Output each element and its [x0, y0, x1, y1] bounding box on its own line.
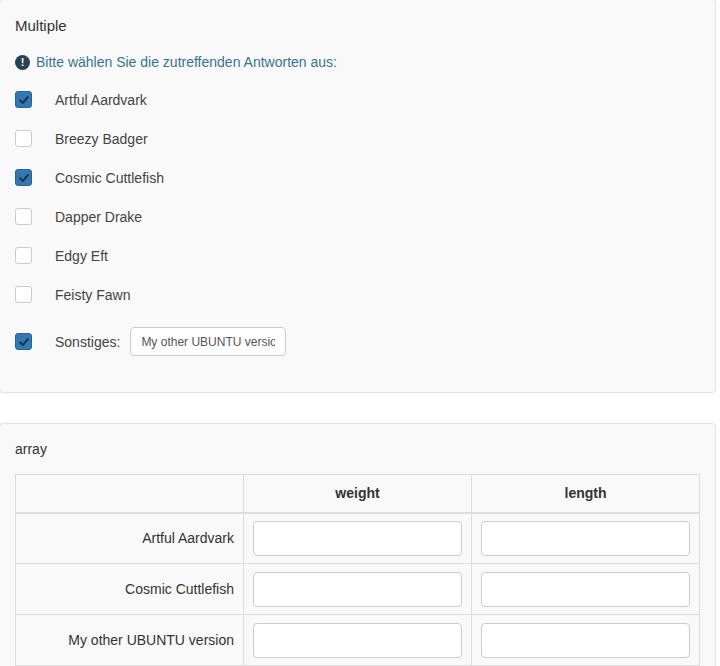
- checkbox-option-list: Artful Aardvark Breezy Badger Cosmic Cut…: [15, 91, 700, 356]
- option-row-edgy-eft[interactable]: Edgy Eft: [15, 247, 700, 264]
- checkbox[interactable]: [15, 247, 32, 264]
- checkbox-label: Feisty Fawn: [55, 287, 130, 303]
- checkbox-label: Sonstiges:: [55, 334, 120, 350]
- option-row-other[interactable]: Sonstiges:: [15, 327, 700, 356]
- check-icon: [18, 336, 30, 348]
- table-header-empty: [16, 475, 244, 513]
- question-panel-multiple: Multiple ! Bitte wählen Sie die zutreffe…: [0, 0, 716, 393]
- question-help: ! Bitte wählen Sie die zutreffenden Antw…: [15, 54, 700, 70]
- table-header-weight: weight: [244, 475, 472, 513]
- option-row-feisty-fawn[interactable]: Feisty Fawn: [15, 286, 700, 303]
- array-input-weight[interactable]: [253, 521, 462, 556]
- checkbox-label: Cosmic Cuttlefish: [55, 170, 164, 186]
- row-label: My other UBUNTU version: [16, 615, 244, 666]
- checkbox-label: Breezy Badger: [55, 131, 148, 147]
- table-header-length: length: [472, 475, 700, 513]
- panel-gap: [0, 393, 720, 423]
- help-text: Bitte wählen Sie die zutreffenden Antwor…: [36, 54, 337, 70]
- checkbox-label: Artful Aardvark: [55, 92, 147, 108]
- option-row-artful-aardvark[interactable]: Artful Aardvark: [15, 91, 700, 108]
- checkbox-label: Dapper Drake: [55, 209, 142, 225]
- table-row: My other UBUNTU version: [16, 615, 700, 666]
- array-input-length[interactable]: [481, 572, 690, 607]
- array-input-length[interactable]: [481, 623, 690, 658]
- check-icon: [18, 94, 30, 106]
- array-input-weight[interactable]: [253, 623, 462, 658]
- checkbox[interactable]: [15, 333, 32, 350]
- checkbox[interactable]: [15, 169, 32, 186]
- option-row-cosmic-cuttlefish[interactable]: Cosmic Cuttlefish: [15, 169, 700, 186]
- row-label: Artful Aardvark: [16, 513, 244, 564]
- array-table: weight length Artful Aardvark Cosmic Cut…: [15, 474, 700, 666]
- table-row: Artful Aardvark: [16, 513, 700, 564]
- other-text-input[interactable]: [130, 327, 286, 356]
- checkbox[interactable]: [15, 130, 32, 147]
- question-title: Multiple: [15, 15, 700, 34]
- checkbox[interactable]: [15, 91, 32, 108]
- option-row-dapper-drake[interactable]: Dapper Drake: [15, 208, 700, 225]
- question-title: array: [15, 439, 700, 457]
- checkbox[interactable]: [15, 208, 32, 225]
- checkbox[interactable]: [15, 286, 32, 303]
- checkbox-label: Edgy Eft: [55, 248, 108, 264]
- question-panel-array: array weight length Artful Aardvark Cosm…: [0, 423, 716, 666]
- array-input-length[interactable]: [481, 521, 690, 556]
- check-icon: [18, 172, 30, 184]
- array-input-weight[interactable]: [253, 572, 462, 607]
- option-row-breezy-badger[interactable]: Breezy Badger: [15, 130, 700, 147]
- row-label: Cosmic Cuttlefish: [16, 564, 244, 615]
- table-row: Cosmic Cuttlefish: [16, 564, 700, 615]
- exclamation-circle-icon: !: [15, 55, 30, 70]
- table-header-row: weight length: [16, 475, 700, 513]
